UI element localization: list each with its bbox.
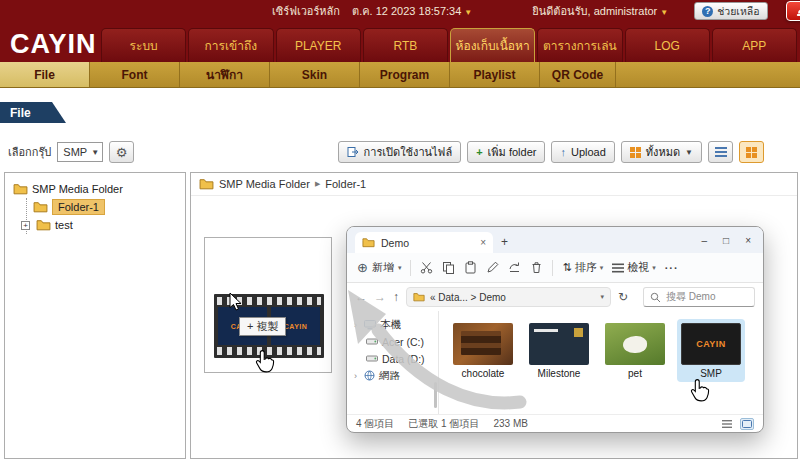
address-input[interactable]: « Data... > Demo ▾: [406, 287, 611, 307]
file-thumbnail: CAYIN: [681, 323, 741, 365]
breadcrumb-root[interactable]: SMP Media Folder: [219, 178, 310, 190]
explorer-tab[interactable]: Demo ×: [355, 232, 493, 253]
folder-icon: [199, 178, 214, 190]
share-button[interactable]: [508, 261, 521, 274]
folder-icon: [36, 219, 51, 231]
tree-root-label: SMP Media Folder: [32, 183, 123, 195]
delete-button[interactable]: [530, 261, 543, 274]
back-icon[interactable]: ←: [355, 290, 367, 304]
computer-icon: [364, 320, 376, 330]
thumbnail-logo-text: CAYIN: [696, 339, 726, 349]
user-menu[interactable]: ยินดีต้อนรับ, administrator▼: [532, 2, 668, 20]
file-item-milestone[interactable]: Milestone: [525, 319, 593, 382]
grid-view-button[interactable]: [739, 141, 764, 163]
add-folder-label: เพิ่ม folder: [488, 143, 537, 161]
subnav-skin[interactable]: Skin: [270, 62, 360, 87]
subnav-playlist[interactable]: Playlist: [450, 62, 540, 87]
datetime-text: ต.ค. 12 2023 18:57:34: [352, 5, 461, 17]
sort-button[interactable]: ⇅ 排序 ▾: [562, 260, 603, 275]
datetime-dropdown[interactable]: ต.ค. 12 2023 18:57:34▼: [352, 2, 472, 20]
tree-item-label: test: [55, 219, 73, 231]
disk-icon: [366, 337, 378, 346]
folder-tree-panel: SMP Media Folder Folder-1 + test: [4, 172, 186, 459]
maximize-icon[interactable]: □: [723, 235, 729, 246]
large-icons-view-icon[interactable]: [740, 418, 754, 430]
view-label: 檢視: [627, 260, 649, 275]
tab-content-storage[interactable]: ห้องเก็บเนื้อหา: [450, 28, 535, 62]
file-activation-button[interactable]: การเปิดใช้งานไฟล์: [338, 141, 462, 163]
explorer-toolbar: ⊕ 新增 ▾ ⇅: [347, 253, 763, 283]
copy-button[interactable]: [442, 261, 455, 274]
chevron-down-icon: ▼: [660, 8, 668, 17]
tab-access[interactable]: การเข้าถึง: [188, 28, 273, 62]
group-select[interactable]: SMP ▼: [57, 142, 103, 162]
grid-filter-icon: [630, 147, 641, 158]
add-folder-button[interactable]: + เพิ่ม folder: [467, 141, 545, 163]
chevron-right-icon[interactable]: ›: [354, 320, 360, 330]
details-view-icon[interactable]: [720, 418, 734, 430]
tab-system[interactable]: ระบบ: [101, 28, 186, 62]
chevron-down-icon: ▾: [398, 264, 402, 272]
file-item-chocolate[interactable]: chocolate: [449, 319, 517, 382]
file-name: Milestone: [538, 368, 581, 379]
minimize-icon[interactable]: –: [702, 235, 708, 246]
close-icon[interactable]: ×: [745, 235, 751, 246]
sidebar-item-network[interactable]: › 網路: [354, 367, 438, 384]
emergency-button[interactable]: ฉุกเฉิน: [786, 1, 800, 21]
new-tab-button[interactable]: +: [501, 235, 508, 249]
subnav-font[interactable]: Font: [90, 62, 180, 87]
more-options-button[interactable]: ···: [665, 262, 679, 274]
help-button[interactable]: ? ช่วยเหลือ: [694, 2, 767, 20]
cayin-cms-screen: เซิร์ฟเวอร์หลัก ต.ค. 12 2023 18:57:34▼ ย…: [0, 0, 800, 459]
sidebar-item-this-pc[interactable]: › 本機: [354, 316, 438, 333]
copy-icon: [442, 261, 455, 274]
sidebar-item-drive-d[interactable]: Data (D:): [354, 350, 438, 367]
view-button[interactable]: 檢視 ▾: [612, 260, 656, 275]
search-icon: [650, 292, 661, 303]
tab-app[interactable]: APP: [712, 28, 797, 62]
divider: [410, 260, 411, 276]
explorer-titlebar[interactable]: Demo × + – □ ×: [347, 227, 763, 253]
tree-root[interactable]: SMP Media Folder: [13, 180, 181, 198]
tab-rtb[interactable]: RTB: [363, 28, 448, 62]
siren-icon: [796, 6, 800, 17]
paste-button[interactable]: [464, 261, 477, 274]
up-icon[interactable]: ↑: [393, 290, 399, 304]
sidebar-item-drive-c[interactable]: Acer (C:): [354, 333, 438, 350]
subnav-clock[interactable]: นาฬิกา: [180, 62, 270, 87]
chevron-down-icon: ▾: [600, 293, 604, 301]
subnav-filler: [616, 62, 800, 87]
tab-log[interactable]: LOG: [625, 28, 710, 62]
upload-button[interactable]: ↑ Upload: [551, 141, 614, 163]
filter-all-label: ทั้งหมด: [646, 143, 680, 161]
tab-player[interactable]: PLAYER: [276, 28, 361, 62]
new-button[interactable]: ⊕ 新增 ▾: [357, 260, 401, 275]
list-view-icon: [715, 147, 727, 157]
subnav-file[interactable]: File: [0, 62, 90, 87]
chevron-down-icon: ▾: [600, 264, 604, 272]
forward-icon[interactable]: →: [374, 290, 386, 304]
group-settings-button[interactable]: ⚙: [109, 141, 134, 163]
refresh-icon[interactable]: ↻: [618, 290, 628, 304]
folder-icon: [362, 237, 375, 248]
filter-all-dropdown[interactable]: ทั้งหมด ▼: [621, 141, 702, 163]
list-view-button[interactable]: [708, 141, 733, 163]
tab-play-schedule[interactable]: ตารางการเล่น: [537, 28, 622, 62]
search-input[interactable]: 搜尋 Demo: [643, 287, 755, 307]
expand-icon[interactable]: +: [21, 221, 30, 230]
breadcrumb-current[interactable]: Folder-1: [325, 178, 366, 190]
explorer-tab-title: Demo: [381, 237, 409, 249]
subnav-qrcode[interactable]: QR Code: [540, 62, 616, 87]
cayin-logo: CAYIN: [0, 31, 100, 62]
chevron-right-icon[interactable]: ›: [354, 371, 360, 381]
cut-button[interactable]: [420, 261, 433, 274]
tree-item-folder1[interactable]: Folder-1: [33, 198, 181, 216]
tab-close-icon[interactable]: ×: [480, 237, 486, 248]
subnav-program[interactable]: Program: [360, 62, 450, 87]
file-item-pet[interactable]: pet: [601, 319, 669, 382]
sidebar-scrollbar[interactable]: [434, 382, 437, 408]
rename-button[interactable]: [486, 261, 499, 274]
tree-item-test[interactable]: + test: [33, 216, 181, 234]
upload-icon: ↑: [560, 146, 566, 158]
file-item-smp[interactable]: CAYIN SMP: [677, 319, 745, 382]
